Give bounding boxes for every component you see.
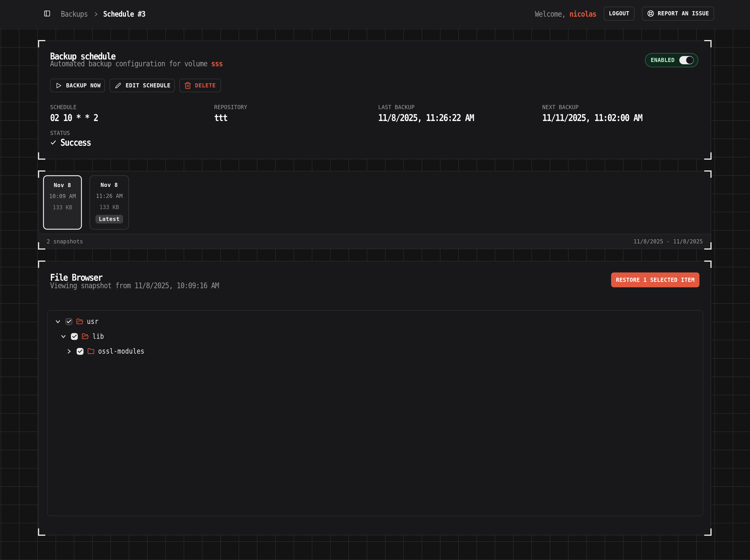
corner-bracket — [38, 152, 45, 160]
volume-name: sss — [211, 59, 223, 68]
field-value: 11/8/2025, 11:26:22 AM — [378, 113, 538, 123]
snapshot-count: 2 snapshots — [47, 238, 83, 245]
toggle-knob — [686, 57, 693, 64]
field-label: LAST BACKUP — [378, 104, 538, 111]
toggle-switch[interactable] — [679, 56, 694, 64]
folder-icon — [87, 348, 95, 355]
checkbox-checked[interactable] — [65, 318, 72, 325]
schedule-actions: BACKUP NOW EDIT SCHEDULE DELETE — [50, 79, 221, 92]
field-value: 02 10 * * 2 — [50, 113, 210, 123]
play-icon — [56, 83, 62, 88]
chevron-down-icon[interactable] — [60, 333, 67, 340]
field-next-backup: NEXT BACKUP 11/11/2025, 11:02:00 AM — [542, 104, 703, 122]
field-schedule: SCHEDULE 02 10 * * 2 — [50, 104, 210, 122]
tree-row-ossl-modules[interactable]: ossl-modules — [55, 344, 703, 359]
file-browser-subtitle: Viewing snapshot from 11/8/2025, 10:09:1… — [50, 281, 219, 290]
corner-bracket — [704, 152, 712, 160]
folder-open-icon — [76, 318, 83, 325]
check-icon — [50, 139, 57, 146]
sidebar-toggle-icon[interactable] — [44, 10, 51, 17]
corner-bracket — [38, 261, 45, 268]
field-value: ttt — [214, 113, 374, 123]
snapshot-range: 11/8/2025 - 11/8/2025 — [634, 238, 703, 245]
latest-badge: Latest — [95, 215, 123, 223]
tree-row-lib[interactable]: lib — [55, 329, 703, 344]
snapshot-time: 10:09 AM — [49, 193, 76, 199]
panel-subtitle: Automated backup configuration for volum… — [50, 59, 223, 68]
snapshot-size: 133 KB — [100, 204, 119, 211]
tree-item-label[interactable]: ossl-modules — [98, 347, 144, 356]
corner-bracket — [704, 528, 712, 536]
enabled-toggle[interactable]: ENABLED — [645, 53, 698, 67]
backup-now-button[interactable]: BACKUP NOW — [50, 79, 105, 92]
snapshot-card-selected[interactable]: Nov 8 10:09 AM 133 KB — [43, 175, 82, 230]
corner-bracket — [704, 40, 712, 47]
field-value: 11/11/2025, 11:02:00 AM — [542, 113, 703, 123]
field-label: SCHEDULE — [50, 104, 210, 111]
topbar: Backups Schedule #3 Welcome, nicolas LOG… — [0, 0, 750, 28]
tree-item-label[interactable]: usr — [87, 318, 99, 326]
backup-schedule-panel: Backup schedule Automated backup configu… — [38, 40, 711, 159]
snapshot-time: 11:26 AM — [96, 193, 122, 199]
field-repository: REPOSITORY ttt — [214, 104, 374, 122]
file-tree: usr lib ossl-modules — [47, 310, 703, 516]
snapshots-footer: 2 snapshots 11/8/2025 - 11/8/2025 — [39, 234, 711, 249]
snapshot-date: Nov 8 — [100, 182, 118, 188]
chevron-right-icon[interactable] — [66, 348, 73, 355]
snapshot-card[interactable]: Nov 8 11:26 AM 133 KB Latest — [90, 175, 129, 230]
corner-bracket — [704, 242, 712, 249]
pencil-icon — [115, 83, 121, 88]
snapshot-cards: Nov 8 10:09 AM 133 KB Nov 8 11:26 AM 133… — [43, 175, 129, 230]
life-buoy-icon — [647, 10, 654, 17]
username: nicolas — [570, 9, 596, 19]
trash-icon — [184, 82, 192, 89]
checkbox-checked[interactable] — [77, 348, 83, 355]
checkbox-checked[interactable] — [71, 333, 78, 340]
chevron-down-icon[interactable] — [55, 318, 61, 325]
corner-bracket — [38, 242, 45, 249]
snapshots-panel: Nov 8 10:09 AM 133 KB Nov 8 11:26 AM 133… — [38, 171, 711, 249]
topbar-right: Welcome, nicolas LOGOUT REPORT AN ISSUE — [535, 0, 714, 27]
corner-bracket — [704, 261, 712, 268]
field-status: STATUS Success — [50, 130, 210, 147]
breadcrumb-backups[interactable]: Backups — [61, 9, 87, 19]
tree-row-usr[interactable]: usr — [55, 314, 703, 329]
field-label: NEXT BACKUP — [542, 104, 703, 111]
corner-bracket — [38, 171, 45, 178]
corner-bracket — [38, 528, 45, 536]
report-issue-button[interactable]: REPORT AN ISSUE — [642, 7, 714, 21]
field-label: STATUS — [50, 130, 210, 136]
logout-button[interactable]: LOGOUT — [604, 7, 634, 21]
folder-open-icon — [82, 333, 89, 340]
snapshot-size: 133 KB — [53, 204, 72, 211]
tree-item-label[interactable]: lib — [93, 333, 104, 341]
delete-button[interactable]: DELETE — [179, 79, 221, 92]
chevron-right-icon — [93, 12, 99, 17]
file-browser-panel: File Browser Viewing snapshot from 11/8/… — [38, 261, 711, 535]
status-value: Success — [50, 137, 210, 148]
edit-schedule-button[interactable]: EDIT SCHEDULE — [110, 79, 175, 92]
welcome-text: Welcome, nicolas — [535, 9, 596, 19]
snapshot-date: Nov 8 — [54, 182, 71, 188]
corner-bracket — [38, 40, 45, 47]
breadcrumb: Backups Schedule #3 — [44, 0, 145, 27]
breadcrumb-current: Schedule #3 — [103, 9, 145, 19]
corner-bracket — [704, 171, 712, 178]
field-label: REPOSITORY — [214, 104, 374, 111]
enabled-label: ENABLED — [651, 57, 679, 63]
field-last-backup: LAST BACKUP 11/8/2025, 11:26:22 AM — [378, 104, 538, 122]
restore-button[interactable]: RESTORE 1 SELECTED ITEM — [611, 273, 699, 287]
